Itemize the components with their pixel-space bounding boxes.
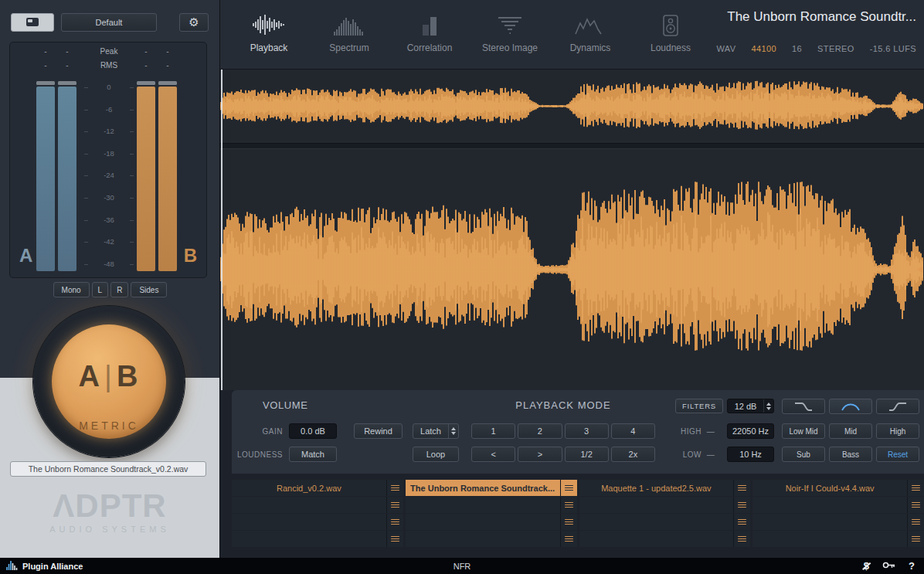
tab-label: Dynamics: [570, 42, 611, 53]
slot-menu-button[interactable]: [560, 514, 577, 530]
slot-menu-button[interactable]: [733, 514, 750, 530]
playlist-slot[interactable]: Noir-If I Could-v4.4.wav: [752, 480, 924, 496]
slot-menu-button[interactable]: [386, 531, 403, 547]
highpass-curve-button[interactable]: [876, 399, 919, 414]
lowpass-curve-button[interactable]: [782, 399, 825, 414]
playlist-slot[interactable]: [406, 531, 577, 547]
slot-menu-button[interactable]: [560, 480, 577, 496]
ab-switch-knob[interactable]: A|B METRIC: [33, 306, 185, 457]
high-filter-dash: —: [705, 427, 717, 436]
latch-dropdown[interactable]: Latch: [413, 423, 459, 439]
playlist-slot[interactable]: [752, 514, 924, 530]
playlist-slot[interactable]: [232, 514, 403, 530]
channel-button-sides[interactable]: Sides: [131, 282, 167, 297]
plugin-alliance-brand[interactable]: Plugin Alliance: [0, 560, 83, 572]
band-button-high[interactable]: High: [876, 423, 919, 439]
playback-mode-prev[interactable]: <: [471, 447, 515, 462]
loudness-match-button[interactable]: Match: [289, 447, 337, 462]
band-button-sub[interactable]: Sub: [782, 447, 825, 462]
loaded-file-name[interactable]: The Unborn Romance Soundtrack_v0.2.wav: [10, 461, 206, 477]
tab-dynamics[interactable]: Dynamics: [554, 6, 627, 53]
channel-button-l[interactable]: L: [92, 282, 109, 297]
rms-label: RMS: [78, 61, 140, 70]
playlist-slot[interactable]: [232, 531, 403, 547]
purchase-icon[interactable]: $: [864, 561, 869, 571]
waveform-overview[interactable]: [220, 70, 924, 144]
tab-playback[interactable]: Playback: [233, 6, 305, 53]
correlation-icon: [413, 9, 447, 37]
playlist-slot[interactable]: The Unborn Romance Soundtrack...: [406, 480, 577, 496]
playlist-slot[interactable]: Maquette 1 - updated2.5.wav: [579, 480, 751, 496]
stepper-icon: [448, 424, 458, 438]
tab-label: Playback: [250, 42, 288, 53]
playback-mode-3[interactable]: 3: [565, 423, 609, 439]
slot-menu-button[interactable]: [560, 497, 577, 513]
playback-mode-next[interactable]: >: [518, 447, 562, 462]
slot-menu-button[interactable]: [386, 480, 403, 496]
file-info-item: WAV: [716, 44, 735, 53]
settings-button[interactable]: ⚙: [179, 13, 209, 32]
playlist-slot[interactable]: Rancid_v0.2.wav: [232, 480, 403, 496]
slot-menu-button[interactable]: [733, 531, 750, 547]
band-buttons-row-2: SubBassReset: [782, 447, 919, 462]
band-button-bass[interactable]: Bass: [829, 447, 872, 462]
playlist-column-3: Maquette 1 - updated2.5.wav: [579, 480, 751, 547]
slot-menu-button[interactable]: [386, 497, 403, 513]
band-button-mid[interactable]: Mid: [829, 423, 872, 439]
playback-mode-1-2[interactable]: 1/2: [565, 447, 609, 462]
slot-menu-button[interactable]: [907, 480, 924, 496]
playback-mode-4[interactable]: 4: [611, 423, 655, 439]
channel-button-r[interactable]: R: [110, 282, 128, 297]
hamburger-icon: [738, 519, 746, 525]
channel-button-mono[interactable]: Mono: [53, 282, 90, 297]
slot-menu-button[interactable]: [733, 480, 750, 496]
metric-brand-label: METRIC: [33, 419, 185, 432]
playlist-slot[interactable]: [752, 497, 924, 513]
band-button-reset[interactable]: Reset: [876, 447, 919, 462]
filter-slope-value: 12 dB: [728, 402, 763, 411]
status-bar: Plugin Alliance NFR $ ?: [0, 558, 924, 574]
tab-spectrum[interactable]: Spectrum: [313, 6, 386, 53]
high-filter-freq-field[interactable]: 22050 Hz: [727, 423, 774, 439]
tab-stereo-image[interactable]: Stereo Image: [474, 6, 546, 53]
adptr-logo-wordmark: ΛDPTR: [0, 490, 219, 522]
low-filter-freq-field[interactable]: 10 Hz: [727, 447, 774, 462]
playlist-slot[interactable]: [752, 531, 924, 547]
playback-mode-2[interactable]: 2: [518, 423, 562, 439]
playhead-line[interactable]: [221, 70, 223, 390]
playlist-slot[interactable]: [232, 497, 403, 513]
slot-menu-button[interactable]: [907, 531, 924, 547]
band-button-low-mid[interactable]: Low Mid: [782, 423, 825, 439]
playlist-slot[interactable]: [579, 497, 751, 513]
playlist-slot[interactable]: [579, 531, 751, 547]
slot-menu-button[interactable]: [907, 514, 924, 530]
preset-selector[interactable]: Default: [61, 13, 157, 32]
loop-button[interactable]: Loop: [413, 447, 459, 462]
slot-menu-button[interactable]: [733, 497, 750, 513]
slot-menu-button[interactable]: [560, 531, 577, 547]
playlist-slot[interactable]: [406, 497, 577, 513]
tab-loudness[interactable]: Loudness: [634, 6, 707, 53]
playback-mode-2x[interactable]: 2x: [611, 447, 655, 462]
playlist-slot[interactable]: [579, 514, 751, 530]
gear-icon: ⚙: [189, 15, 199, 29]
tab-correlation[interactable]: Correlation: [393, 6, 466, 53]
file-info-row: WAV4410016STEREO-15.6 LUFS: [716, 44, 916, 53]
hamburger-icon: [565, 502, 573, 508]
playback-mode-1[interactable]: 1: [471, 423, 515, 439]
rewind-button[interactable]: Rewind: [354, 423, 403, 439]
filter-slope-dropdown[interactable]: 12 dB: [727, 399, 774, 413]
meter-bar-b-left: [137, 87, 155, 271]
bandpass-curve-button[interactable]: [829, 399, 872, 414]
track-title-block: The Unborn Romance Soundtr... WAV4410016…: [716, 9, 916, 53]
playlist-slot[interactable]: [406, 514, 577, 530]
slot-menu-button[interactable]: [907, 497, 924, 513]
help-icon[interactable]: ?: [909, 561, 915, 571]
filters-button[interactable]: FILTERS: [675, 399, 723, 413]
waveform-zoom[interactable]: [220, 148, 924, 390]
gain-value-field[interactable]: 0.0 dB: [289, 423, 337, 439]
low-filter-dash: —: [705, 450, 717, 459]
key-icon[interactable]: [882, 561, 895, 571]
window-size-button[interactable]: [11, 13, 54, 32]
slot-menu-button[interactable]: [386, 514, 403, 530]
